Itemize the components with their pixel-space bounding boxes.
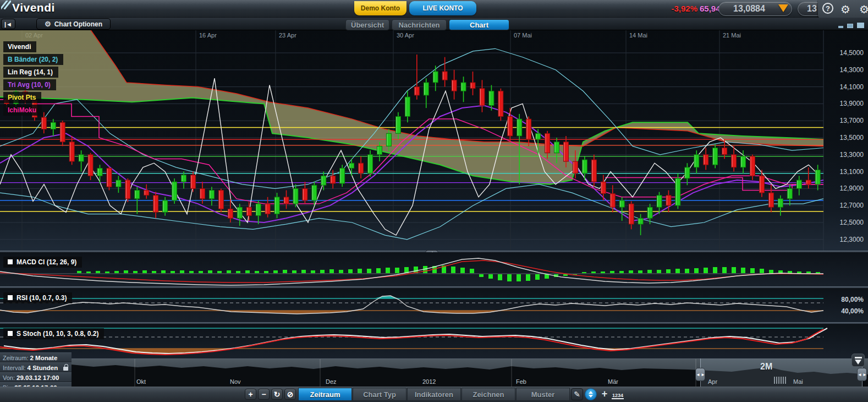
svg-text:13,3000: 13,3000	[840, 151, 864, 159]
main-chart-svg[interactable]: 14,500014,300014,100013,900013,700013,50…	[0, 30, 868, 251]
bollinger-lower	[0, 184, 823, 240]
tools-gear-icon[interactable]: ⚙	[858, 3, 868, 16]
svg-text:14 Mai: 14 Mai	[629, 32, 647, 39]
svg-text:16 Apr: 16 Apr	[199, 32, 217, 39]
crosshair-icon[interactable]: +	[598, 388, 611, 400]
info-row-zeitraum: Zeitraum:2 Monate	[0, 352, 72, 362]
svg-text:13,7000: 13,7000	[840, 117, 864, 124]
chart-legend: Vivendi B Bänder (20, 2) Lin Reg (14, 1)…	[3, 41, 63, 117]
svg-text:13,5000: 13,5000	[840, 134, 864, 142]
svg-text:07 Mai: 07 Mai	[514, 32, 532, 39]
minimap-selection-window[interactable]	[700, 358, 862, 387]
stochastic-svg	[0, 324, 868, 358]
legend-item-ichimoku[interactable]: IchiMoku	[3, 105, 42, 116]
legend-item-pivot[interactable]: Pivot Pts	[3, 92, 41, 103]
svg-text:23 Apr: 23 Apr	[279, 32, 296, 39]
collapse-panel-button[interactable]: |◄	[1, 19, 15, 29]
svg-text:Feb: Feb	[516, 378, 526, 385]
stochastic-label[interactable]: S Stoch (10, 10, 3, 0.8, 0.2)	[3, 328, 104, 339]
layout-large-icon[interactable]	[857, 23, 864, 28]
svg-text:Nov: Nov	[230, 378, 241, 385]
open-live-account-button[interactable]: LIVE KONTO ERÖFFNEN	[409, 1, 476, 15]
legend-item-linreg[interactable]: Lin Reg (14, 1)	[3, 67, 58, 78]
instrument-title: Vivendi	[12, 1, 55, 14]
tri-avg	[0, 106, 823, 223]
legend-item-triavg[interactable]: Tri Avg (10, 0)	[3, 79, 56, 90]
demo-account-button[interactable]: Demo Konto	[354, 1, 406, 15]
rsi-label[interactable]: RSI (10, 0.7, 0.3)	[3, 292, 72, 303]
macd-panel[interactable]	[0, 252, 868, 286]
price-down-arrow-icon	[778, 4, 788, 12]
macd-svg	[0, 252, 868, 286]
svg-text:12,5000: 12,5000	[840, 219, 864, 226]
stoch-swatch-icon	[8, 331, 13, 336]
info-row-intervall: Intervall:4 Stunden	[0, 362, 72, 372]
zoom-out-button[interactable]: −	[258, 389, 270, 400]
svg-text:Okt: Okt	[136, 378, 146, 385]
tab-chart[interactable]: Chart	[449, 19, 509, 30]
header-icon-tray: ? ⚙ ⚙	[818, 0, 868, 19]
svg-text:Dez: Dez	[326, 378, 337, 385]
svg-text:14,5000: 14,5000	[840, 49, 864, 57]
main-chart-panel[interactable]: 14,500014,300014,100013,900013,700013,50…	[0, 30, 868, 251]
macd-line	[0, 258, 823, 285]
svg-text:21 Mai: 21 Mai	[723, 32, 741, 39]
legend-symbol[interactable]: Vivendi	[3, 41, 36, 52]
top-bar: Vivendi Demo Konto LIVE KONTO ERÖFFNEN -…	[0, 0, 868, 18]
minimap-window-label: 2M	[760, 362, 772, 372]
toolbar-tab-zeitraum[interactable]: Zeitraum	[298, 388, 352, 401]
layout-small-icon[interactable]	[838, 26, 843, 28]
svg-text:2012: 2012	[422, 378, 436, 385]
svg-text:14,1000: 14,1000	[840, 83, 864, 91]
rsi-80-label: 80,00%	[841, 296, 864, 303]
values-display-icon[interactable]: 1234	[612, 389, 624, 399]
minimap-collapse-button[interactable]	[851, 354, 865, 367]
svg-text:30 Apr: 30 Apr	[397, 32, 414, 39]
tab-nachrichten[interactable]: Nachrichten	[392, 19, 447, 30]
svg-text:12,9000: 12,9000	[840, 184, 864, 192]
macd-swatch-icon	[8, 259, 13, 264]
rsi-panel[interactable]	[0, 288, 868, 322]
rsi-swatch-icon	[8, 295, 13, 300]
chart-options-label: Chart Optionen	[54, 20, 102, 28]
stochastic-panel[interactable]	[0, 324, 868, 358]
toolbar-tab-chart-typ[interactable]: Chart Typ	[353, 388, 406, 401]
sell-price-button[interactable]: 13,0884	[718, 2, 792, 16]
svg-text:12,3000: 12,3000	[840, 236, 864, 243]
svg-text:14,3000: 14,3000	[840, 66, 864, 74]
info-row-von: Von:29.03.12 17:00	[0, 372, 72, 382]
toolbar-tab-indikatoren[interactable]: Indikatoren	[407, 388, 461, 401]
legend-item-bbands[interactable]: B Bänder (20, 2)	[3, 54, 63, 65]
toolbar-tab-muster[interactable]: Muster	[516, 388, 570, 401]
refresh-button[interactable]: ↻	[271, 389, 283, 400]
rsi-40-label: 40,00%	[841, 307, 864, 315]
tab-uebersicht[interactable]: Übersicht	[345, 19, 389, 30]
rsi-svg	[0, 288, 868, 322]
settings-gear-icon[interactable]: ⚙	[839, 3, 852, 16]
svg-text:12,7000: 12,7000	[840, 202, 864, 209]
unlock-icon[interactable]	[63, 367, 68, 371]
layout-medium-icon[interactable]	[847, 24, 853, 28]
svg-text:Mär: Mär	[608, 378, 618, 385]
change-percent: -3,92%	[659, 4, 697, 13]
minimap-right-handle[interactable]: ◄►	[857, 368, 867, 381]
trading-app-window: Vivendi Demo Konto LIVE KONTO ERÖFFNEN -…	[0, 0, 868, 402]
zoom-in-button[interactable]: +	[245, 389, 256, 400]
macd-label[interactable]: MACD Cl (12, 26, 9)	[3, 257, 82, 268]
svg-text:13,1000: 13,1000	[840, 168, 864, 176]
sell-price-value: 13,0884	[733, 4, 765, 13]
brand-logo-icon	[1, 1, 11, 9]
help-icon[interactable]: ?	[821, 3, 834, 16]
gear-icon: ⚙	[45, 20, 51, 28]
draw-pencil-icon[interactable]: ✎	[571, 388, 583, 400]
scroll-updown-icon[interactable]	[585, 388, 597, 400]
toolbar-tab-zeichnen[interactable]: Zeichnen	[462, 388, 515, 401]
minimap-left-handle[interactable]: ◄►	[695, 368, 705, 381]
chart-options-button[interactable]: ⚙Chart Optionen	[36, 18, 111, 30]
disable-button[interactable]: ⊘	[284, 389, 296, 400]
svg-text:13,9000: 13,9000	[840, 100, 864, 107]
